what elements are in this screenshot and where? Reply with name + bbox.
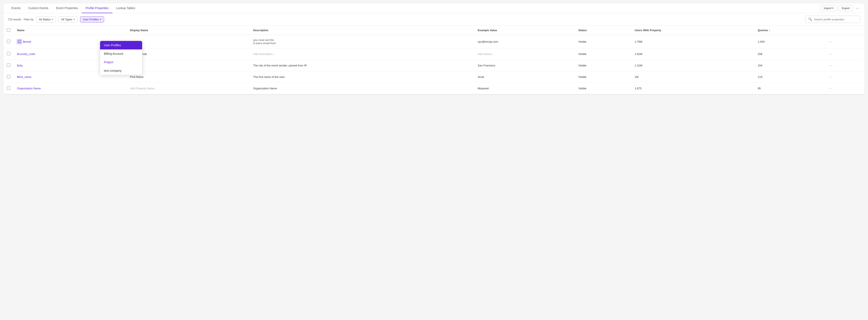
more-options-button[interactable]: ··· <box>855 5 860 11</box>
row-status: Visible <box>575 35 631 48</box>
tab-events[interactable]: Events <box>8 3 25 13</box>
row-queries: 154 <box>754 60 825 71</box>
row-description: you must set thisd users email from <box>250 35 474 48</box>
row-queries: 119 <box>754 71 825 83</box>
row-example-value: San Francisco <box>474 60 575 71</box>
header-status: Status <box>575 26 631 35</box>
row-actions-cell: ··· <box>825 83 865 94</box>
row-more-button[interactable]: ··· <box>829 75 833 79</box>
header-example-value: Example Value <box>474 26 575 35</box>
row-name-link[interactable]: $country_code <box>17 52 35 56</box>
row-name-link[interactable]: $city <box>17 64 23 67</box>
types-filter-dropdown[interactable]: All Types ▾ <box>58 16 78 23</box>
row-display-name: First Name <box>127 71 250 83</box>
row-queries: 208 <box>754 48 825 60</box>
row-checkbox[interactable] <box>7 86 10 90</box>
row-check <box>3 35 13 48</box>
dropdown-item-user-profiles[interactable]: User Profiles <box>100 41 142 49</box>
row-actions-cell: ··· <box>825 35 865 48</box>
select-all-checkbox[interactable] <box>7 28 10 32</box>
dropdown-item-billing-account[interactable]: Billing Account <box>100 49 142 58</box>
row-checkbox[interactable] <box>7 52 10 56</box>
row-more-button[interactable]: ··· <box>829 86 833 91</box>
row-name-link[interactable]: Organization Name <box>17 87 41 90</box>
search-input[interactable] <box>814 18 857 21</box>
row-example-value: xyz@lmnop.com <box>474 35 575 48</box>
types-filter-label: All Types <box>61 18 72 21</box>
row-users-with-property: 1M <box>631 71 754 83</box>
row-more-button[interactable]: ··· <box>829 63 833 68</box>
row-users-with-property: 1.31M <box>631 60 754 71</box>
header-name: Name <box>13 26 127 35</box>
header-users-with-property: Users With Property <box>631 26 754 35</box>
row-display-name: City <box>127 60 250 71</box>
row-status: Visible <box>575 60 631 71</box>
tab-event-properties[interactable]: Event Properties <box>52 3 82 13</box>
profiles-chevron-icon: ▾ <box>100 18 101 21</box>
dropdown-item-label: Billing Account <box>104 52 123 56</box>
row-actions-cell: ··· <box>825 48 865 60</box>
header-queries[interactable]: Queries ↕ <box>754 26 825 35</box>
row-checkbox[interactable] <box>7 75 10 78</box>
search-icon: 🔍 <box>808 17 812 21</box>
example-value-placeholder: Add Values... <box>478 52 494 56</box>
tab-profile-properties[interactable]: Profile Properties <box>82 3 112 13</box>
row-checkbox[interactable] <box>7 64 10 67</box>
row-status: Visible <box>575 71 631 83</box>
dropdown-item-test-company[interactable]: test company <box>100 66 142 75</box>
row-users-with-property: 1,675 <box>631 83 754 94</box>
row-name: Organization Name <box>13 83 127 94</box>
row-users-with-property: 1.81M <box>631 48 754 60</box>
tab-lookup-tables[interactable]: Lookup Tables <box>113 3 139 13</box>
header-check <box>3 26 13 35</box>
import-button[interactable]: Import ▾ <box>820 5 837 11</box>
dropdown-item-project[interactable]: Project <box>100 58 142 66</box>
profile-type-dropdown-menu: User Profiles Billing Account Project te… <box>100 41 142 75</box>
import-chevron-icon: ▾ <box>832 7 834 9</box>
row-check <box>3 48 13 60</box>
row-actions-cell: ··· <box>825 71 865 83</box>
header-description: Description <box>250 26 474 35</box>
row-check <box>3 60 13 71</box>
row-check <box>3 83 13 94</box>
status-chevron-icon: ▾ <box>52 18 53 21</box>
row-users-with-property: 1.76M <box>631 35 754 48</box>
row-queries: 95 <box>754 83 825 94</box>
export-button[interactable]: Export <box>838 5 853 11</box>
filter-by-label: Filter by <box>24 18 34 21</box>
row-display-name: Country Code <box>127 48 250 60</box>
row-display-name-placeholder: Add Property Name... <box>127 83 250 94</box>
table-header-row: Name Display Name Description Example Va… <box>3 26 865 35</box>
row-actions-cell: ··· <box>825 60 865 71</box>
status-filter-dropdown[interactable]: All Status ▾ <box>36 16 56 23</box>
row-name-link[interactable]: $first_name <box>17 75 31 78</box>
table-row: Organization Name Add Property Name... O… <box>3 83 865 94</box>
row-status: Visible <box>575 83 631 94</box>
dropdown-item-label: Project <box>104 61 113 64</box>
row-more-button[interactable]: ··· <box>829 52 833 56</box>
tabs-bar: Events Custom Events Event Properties Pr… <box>3 3 865 13</box>
profiles-filter-label: User Profiles <box>83 18 99 21</box>
svg-rect-1 <box>20 40 21 41</box>
row-checkbox[interactable] <box>7 40 10 43</box>
row-check <box>3 71 13 83</box>
header-display-name: Display Name <box>127 26 250 35</box>
tabs-right-actions: Import ▾ Export ··· <box>820 5 860 11</box>
status-filter-label: All Status <box>39 18 51 21</box>
display-name-placeholder: Add Property Name... <box>130 87 157 90</box>
dropdown-item-label: User Profiles <box>104 43 121 47</box>
header-actions <box>825 26 865 35</box>
row-name-link[interactable]: $email <box>23 40 31 43</box>
row-status: Visible <box>575 48 631 60</box>
import-label: Import <box>824 7 832 10</box>
row-more-button[interactable]: ··· <box>829 39 833 44</box>
row-example-value-placeholder: Add Values... <box>474 48 575 60</box>
row-description: The city of the event sender, parsed fro… <box>250 60 474 71</box>
profiles-filter-dropdown[interactable]: User Profiles ▾ <box>80 16 104 23</box>
grid-icon <box>17 39 22 44</box>
row-display-name: Email <box>127 35 250 48</box>
row-example-value: Scott <box>474 71 575 83</box>
row-description-placeholder: Add Description... <box>250 48 474 60</box>
tab-custom-events[interactable]: Custom Events <box>25 3 52 13</box>
search-box[interactable]: 🔍 <box>805 16 860 23</box>
